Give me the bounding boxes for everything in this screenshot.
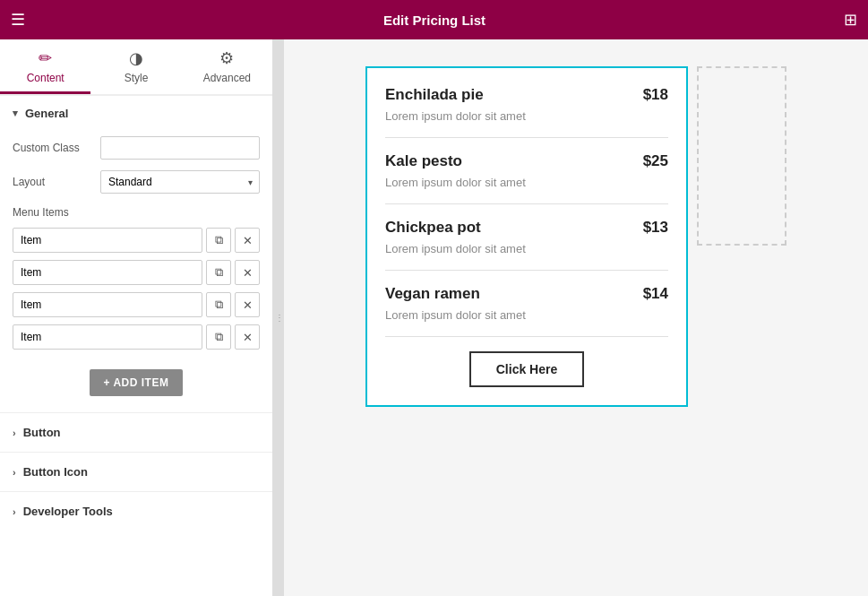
add-item-button-container: + ADD ITEM: [0, 353, 272, 412]
hamburger-icon[interactable]: ☰: [11, 10, 25, 30]
list-item: ⧉ ✕: [0, 256, 272, 289]
tab-style[interactable]: ◑ Style: [90, 39, 181, 94]
preview-area: Enchilada pie $18 Lorem ipsum dolor sit …: [284, 39, 868, 596]
pricing-item-desc-3: Lorem ipsum dolor sit amet: [385, 308, 668, 322]
pricing-item-2: Chickpea pot $13 Lorem ipsum dolor sit a…: [385, 219, 668, 271]
custom-class-row: Custom Class: [0, 131, 272, 165]
delete-item-2-button[interactable]: ✕: [235, 260, 260, 285]
pricing-item-name-0: Enchilada pie: [385, 86, 484, 104]
pricing-card: Enchilada pie $18 Lorem ipsum dolor sit …: [365, 66, 688, 407]
custom-class-label: Custom Class: [13, 142, 93, 154]
sidebar: ✏ Content ◑ Style ⚙ Advanced ▾ General C…: [0, 39, 273, 596]
button-section-label: Button: [23, 426, 61, 439]
pricing-item-name-3: Vegan ramen: [385, 285, 480, 303]
button-section-chevron-icon: ›: [13, 428, 16, 438]
layout-row: Layout Standard Compact Wide ▾: [0, 165, 272, 199]
page-title: Edit Pricing List: [383, 13, 486, 28]
pricing-item-header-0: Enchilada pie $18: [385, 86, 668, 104]
add-item-button[interactable]: + ADD ITEM: [90, 369, 184, 396]
item-input-3[interactable]: [13, 292, 202, 317]
pricing-item-header-2: Chickpea pot $13: [385, 219, 668, 237]
general-section-label: General: [25, 107, 68, 120]
layout-label: Layout: [13, 176, 93, 188]
tab-bar: ✏ Content ◑ Style ⚙ Advanced: [0, 39, 272, 96]
pricing-item-desc-1: Lorem ipsum dolor sit amet: [385, 176, 668, 189]
delete-item-4-button[interactable]: ✕: [235, 324, 260, 350]
item-input-4[interactable]: [13, 324, 202, 350]
list-item: ⧉ ✕: [0, 321, 272, 353]
general-section-header[interactable]: ▾ General: [0, 96, 272, 131]
menu-items-label: Menu Items: [0, 199, 272, 224]
pricing-item-1: Kale pesto $25 Lorem ipsum dolor sit ame…: [385, 152, 668, 204]
top-bar: ☰ Edit Pricing List ⊞: [0, 0, 868, 39]
item-input-2[interactable]: [13, 260, 202, 285]
advanced-tab-icon: ⚙: [219, 48, 234, 68]
delete-item-3-button[interactable]: ✕: [235, 292, 260, 317]
pricing-item-price-0: $18: [643, 86, 668, 104]
resizer-dots-icon: ⋮: [275, 313, 283, 323]
grid-icon[interactable]: ⊞: [844, 10, 857, 30]
placeholder-box: [697, 66, 786, 246]
button-icon-section-chevron-icon: ›: [13, 467, 16, 478]
pricing-item-price-2: $13: [643, 219, 668, 237]
pricing-cta-container: Click Here: [385, 351, 668, 387]
pricing-item-price-1: $25: [643, 152, 668, 170]
button-section-header[interactable]: › Button: [0, 412, 272, 452]
pricing-item-name-2: Chickpea pot: [385, 219, 481, 237]
style-tab-icon: ◑: [129, 48, 143, 68]
developer-tools-section-header[interactable]: › Developer Tools: [0, 491, 272, 531]
copy-item-3-button[interactable]: ⧉: [206, 292, 231, 317]
content-tab-icon: ✏: [39, 48, 52, 68]
panel-resizer[interactable]: ⋮: [273, 39, 284, 596]
tab-content[interactable]: ✏ Content: [0, 39, 90, 94]
copy-item-4-button[interactable]: ⧉: [206, 324, 231, 350]
pricing-item-desc-2: Lorem ipsum dolor sit amet: [385, 242, 668, 255]
item-input-1[interactable]: [13, 228, 202, 253]
tab-content-label: Content: [27, 72, 64, 84]
pricing-item-name-1: Kale pesto: [385, 152, 462, 170]
tab-advanced-label: Advanced: [203, 72, 251, 84]
tab-style-label: Style: [125, 72, 149, 84]
sidebar-content: ▾ General Custom Class Layout Standard C…: [0, 96, 272, 596]
layout-select-wrap: Standard Compact Wide ▾: [100, 170, 260, 194]
button-icon-section-label: Button Icon: [23, 465, 88, 479]
layout-select[interactable]: Standard Compact Wide: [100, 170, 260, 194]
list-item: ⧉ ✕: [0, 224, 272, 256]
pricing-item-3: Vegan ramen $14 Lorem ipsum dolor sit am…: [385, 285, 668, 337]
general-chevron-icon: ▾: [13, 108, 18, 119]
list-item: ⧉ ✕: [0, 289, 272, 321]
custom-class-input[interactable]: [100, 136, 260, 160]
delete-item-1-button[interactable]: ✕: [235, 228, 260, 253]
developer-tools-section-label: Developer Tools: [23, 505, 113, 518]
pricing-item-0: Enchilada pie $18 Lorem ipsum dolor sit …: [385, 86, 668, 138]
pricing-cta-button[interactable]: Click Here: [469, 351, 584, 387]
pricing-item-header-3: Vegan ramen $14: [385, 285, 668, 303]
developer-tools-chevron-icon: ›: [13, 506, 16, 517]
pricing-item-price-3: $14: [643, 285, 668, 303]
copy-item-2-button[interactable]: ⧉: [206, 260, 231, 285]
tab-advanced[interactable]: ⚙ Advanced: [182, 39, 272, 94]
button-icon-section-header[interactable]: › Button Icon: [0, 452, 272, 491]
pricing-item-header-1: Kale pesto $25: [385, 152, 668, 170]
main-layout: ✏ Content ◑ Style ⚙ Advanced ▾ General C…: [0, 39, 868, 596]
pricing-item-desc-0: Lorem ipsum dolor sit amet: [385, 109, 668, 123]
copy-item-1-button[interactable]: ⧉: [206, 228, 231, 253]
